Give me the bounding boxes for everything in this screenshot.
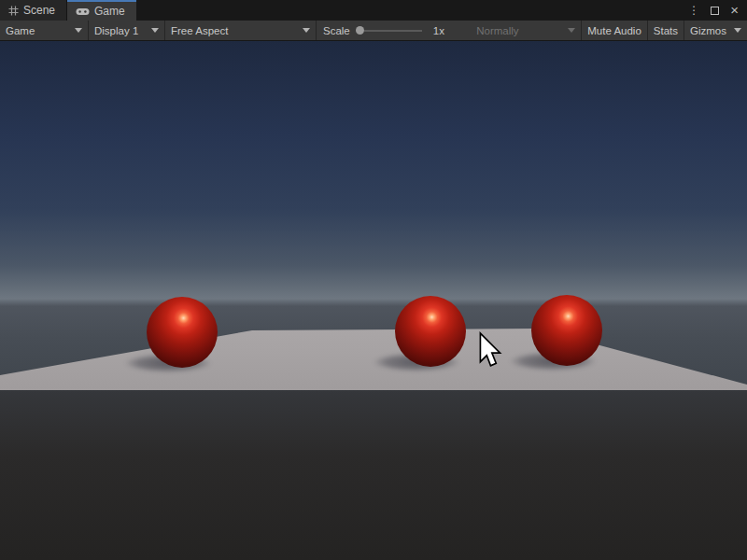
close-icon[interactable]: ×: [730, 3, 739, 17]
stats-label: Stats: [654, 25, 678, 36]
tab-game[interactable]: Game: [67, 0, 136, 21]
red-sphere-middle: [395, 296, 466, 367]
display-target-dropdown[interactable]: Display 1: [89, 21, 164, 40]
toolbar-right-group: Normally Mute Audio Stats Gizmos: [471, 21, 747, 40]
scale-slider-knob[interactable]: [356, 26, 364, 35]
tab-game-label: Game: [94, 5, 125, 18]
scene-objects: [0, 41, 747, 560]
focus-mode-label: Normally: [476, 25, 518, 36]
focus-mode-dropdown[interactable]: Normally: [471, 21, 581, 40]
scale-label: Scale: [323, 25, 350, 36]
gizmos-dropdown[interactable]: Gizmos: [684, 21, 747, 40]
scale-slider-track[interactable]: [364, 30, 422, 32]
mouse-cursor-icon: [478, 331, 504, 369]
chevron-down-icon: [734, 28, 741, 33]
gamepad-icon: [76, 7, 90, 16]
menu-icon[interactable]: ⋮: [688, 5, 699, 16]
mute-audio-button[interactable]: Mute Audio: [582, 21, 647, 40]
game-view-toolbar: Game Display 1 Free Aspect Scale 1x Norm…: [0, 21, 747, 41]
display-mode-label: Game: [6, 25, 35, 36]
unity-game-window: Scene Game ⋮ × Game Display 1: [0, 0, 747, 560]
aspect-ratio-dropdown[interactable]: Free Aspect: [165, 21, 316, 40]
aspect-ratio-label: Free Aspect: [171, 25, 228, 36]
scale-slider[interactable]: [356, 26, 422, 35]
red-sphere-right: [531, 295, 602, 366]
stats-button[interactable]: Stats: [648, 21, 684, 40]
chevron-down-icon: [151, 28, 159, 33]
red-sphere-left: [147, 297, 218, 368]
tab-scene[interactable]: Scene: [0, 0, 67, 21]
tab-bar: Scene Game ⋮ ×: [0, 0, 747, 21]
window-controls: ⋮ ×: [688, 0, 747, 21]
game-viewport[interactable]: [0, 41, 747, 560]
tab-scene-label: Scene: [23, 4, 55, 17]
maximize-icon[interactable]: [711, 7, 719, 15]
scale-value: 1x: [433, 25, 444, 36]
chevron-down-icon: [303, 28, 310, 33]
display-mode-dropdown[interactable]: Game: [0, 21, 88, 40]
grid-icon: [8, 6, 19, 16]
mute-audio-label: Mute Audio: [587, 25, 641, 36]
scale-control: Scale 1x: [317, 21, 451, 40]
gizmos-label: Gizmos: [690, 25, 726, 36]
chevron-down-icon: [568, 28, 575, 33]
display-target-label: Display 1: [94, 25, 138, 36]
chevron-down-icon: [75, 28, 82, 33]
